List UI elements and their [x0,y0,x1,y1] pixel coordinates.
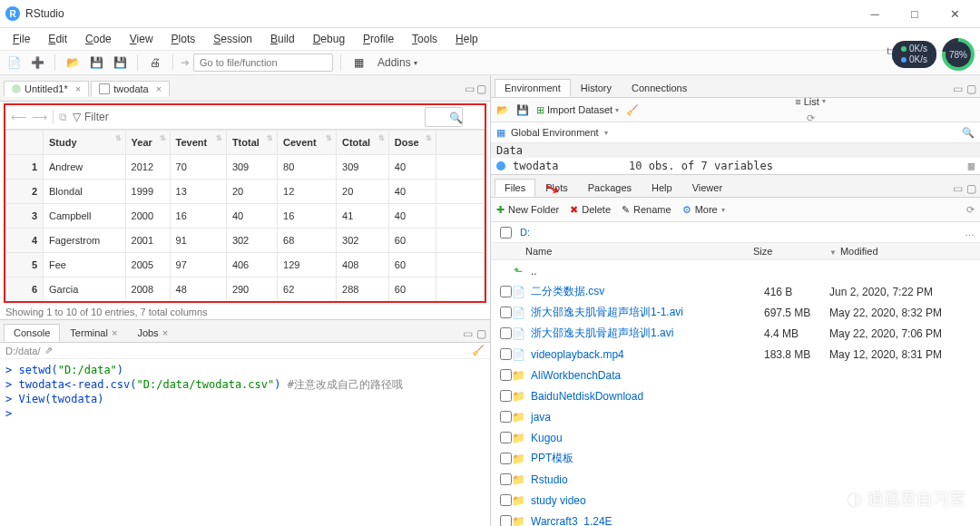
minimize-button[interactable]: ─ [855,1,895,26]
filter-button[interactable]: ▽ Filter [73,111,109,123]
file-row[interactable]: ⬑.. [491,260,980,281]
rename-button[interactable]: ✎ Rename [622,204,671,216]
menu-file[interactable]: File [4,28,39,50]
close-tab-icon[interactable]: × [162,327,168,338]
pane-collapse-icon[interactable]: ▭ [953,182,963,195]
menu-debug[interactable]: Debug [304,28,354,50]
menu-session[interactable]: Session [204,28,261,50]
menu-edit[interactable]: Edit [39,28,76,50]
refresh-icon[interactable]: ⟳ [966,204,975,216]
file-name[interactable]: Warcraft3_1.24E [531,515,764,527]
col-name[interactable]: Name [520,243,748,259]
close-tab-icon[interactable]: × [112,327,117,338]
file-row[interactable]: 📁AliWorkbenchData [491,365,980,385]
menu-profile[interactable]: Profile [354,28,403,50]
new-folder-button[interactable]: ✚ New Folder [496,204,559,216]
col-header[interactable]: Tevent⇅ [170,131,226,155]
save-icon[interactable]: 💾 [86,54,106,72]
file-name[interactable]: PPT模板 [531,451,764,466]
file-name[interactable]: 浙大邵逸夫肌骨超声培训1.avi [531,326,764,341]
file-name[interactable]: study video [531,494,764,507]
table-row[interactable]: 1Andrew2012703098030940 [6,155,485,180]
pane-collapse-icon[interactable]: ▭ [465,83,475,95]
select-all-checkbox[interactable] [500,227,512,239]
file-name[interactable]: Kugou [531,432,764,444]
tab-viewer[interactable]: Viewer [682,179,732,197]
menu-view[interactable]: View [121,28,162,50]
open-file-icon[interactable]: 📂 [63,54,83,72]
menu-help[interactable]: Help [446,28,487,50]
tab-jobs[interactable]: Jobs× [127,324,178,342]
close-button[interactable]: ✕ [935,1,975,26]
tab-console[interactable]: Console [4,324,60,342]
col-size[interactable]: Size [748,243,824,259]
new-file-icon[interactable]: 📄 [4,54,24,72]
pane-maximize-icon[interactable]: ▢ [476,83,486,95]
back-icon[interactable]: ⟵ [11,111,26,123]
tab-terminal[interactable]: Terminal× [60,324,127,342]
file-row[interactable]: 📄浙大邵逸夫肌骨超声培训1.avi4.4 MBMay 22, 2020, 7:0… [491,323,980,344]
table-row[interactable]: 2Blondal19991320122040 [6,180,485,204]
env-object-row[interactable]: twodata 10 obs. of 7 variables ▦ [491,158,980,174]
tab-environment[interactable]: Environment [495,79,571,97]
menu-build[interactable]: Build [261,28,304,50]
grid-icon[interactable]: ▦ [348,54,368,72]
console-body[interactable]: > setwd("D:/data") > twodata<-read.csv("… [0,359,490,526]
delete-button[interactable]: ✖ Delete [570,204,611,216]
tab-packages[interactable]: Packages [578,179,642,197]
tab-history[interactable]: History [571,79,622,97]
load-workspace-icon[interactable]: 📂 [496,104,509,116]
pane-maximize-icon[interactable]: ▢ [476,327,486,340]
pane-maximize-icon[interactable]: ▢ [966,182,976,195]
file-row[interactable]: 📁study video [491,490,980,511]
tab-plots[interactable]: Plots [535,179,577,197]
file-name[interactable]: AliWorkbenchData [531,369,764,382]
file-name[interactable]: videoplayback.mp4 [531,348,764,361]
clear-workspace-icon[interactable]: 🧹 [626,104,639,116]
tab-help[interactable]: Help [642,179,682,197]
close-tab-icon[interactable]: × [75,83,81,94]
file-name[interactable]: .. [531,265,764,278]
goto-file-input[interactable] [193,54,333,72]
file-row[interactable]: 📄二分类数据.csv416 BJun 2, 2020, 7:22 PM [491,281,980,302]
print-icon[interactable]: 🖨 [145,54,165,72]
col-header[interactable]: Dose⇅ [388,131,436,155]
menu-plots[interactable]: Plots [162,28,205,50]
table-row[interactable]: 3Campbell20001640164140 [6,204,485,229]
close-tab-icon[interactable]: × [156,83,162,94]
forward-icon[interactable]: ⟶ [32,111,47,123]
tab-twodata[interactable]: twodata × [91,81,170,97]
file-row[interactable]: 📁Kugou [491,427,980,448]
view-mode-dropdown[interactable]: ≡ List ▾ [795,96,826,107]
menu-tools[interactable]: Tools [403,28,446,50]
search-icon[interactable]: 🔍 [962,127,975,139]
file-row[interactable]: 📁java [491,406,980,427]
pane-maximize-icon[interactable]: ▢ [966,83,976,95]
col-header[interactable]: Ctotal⇅ [337,131,389,155]
import-dataset-dropdown[interactable]: ⊞ Import Dataset ▾ [536,104,619,116]
col-header[interactable]: Ttotal⇅ [226,131,277,155]
view-data-icon[interactable]: ▦ [968,160,975,172]
path-more-icon[interactable]: … [965,227,975,238]
col-header[interactable]: Year⇅ [125,131,170,155]
file-row[interactable]: 📄浙大邵逸夫肌骨超声培训1-1.avi697.5 MBMay 22, 2020,… [491,302,980,323]
pane-collapse-icon[interactable]: ▭ [463,327,473,340]
tab-connections[interactable]: Connections [622,79,697,97]
file-name[interactable]: 二分类数据.csv [531,284,764,299]
file-row[interactable]: 📁Warcraft3_1.24E [491,511,980,526]
addins-dropdown[interactable]: Addins ▾ [372,56,423,69]
drive-link[interactable]: D: [520,227,530,238]
maximize-button[interactable]: □ [895,1,935,26]
more-dropdown[interactable]: ⚙ More ▾ [682,204,725,216]
file-row[interactable]: 📁Rstudio [491,469,980,490]
table-row[interactable]: 5Fee20059740612940860 [6,253,485,278]
pane-collapse-icon[interactable]: ▭ [953,83,963,95]
table-row[interactable]: 4Fagerstrom2001913026830260 [6,229,485,253]
file-name[interactable]: 浙大邵逸夫肌骨超声培训1-1.avi [531,305,764,320]
new-project-icon[interactable]: ➕ [27,54,47,72]
file-name[interactable]: BaiduNetdiskDownload [531,390,764,403]
popout-icon[interactable]: ⇗ [44,345,53,356]
environment-scope[interactable]: ▦ Global Environment ▾ 🔍 [491,122,980,143]
col-header[interactable]: Study⇅ [44,131,126,155]
clear-console-icon[interactable]: 🧹 [472,345,485,356]
